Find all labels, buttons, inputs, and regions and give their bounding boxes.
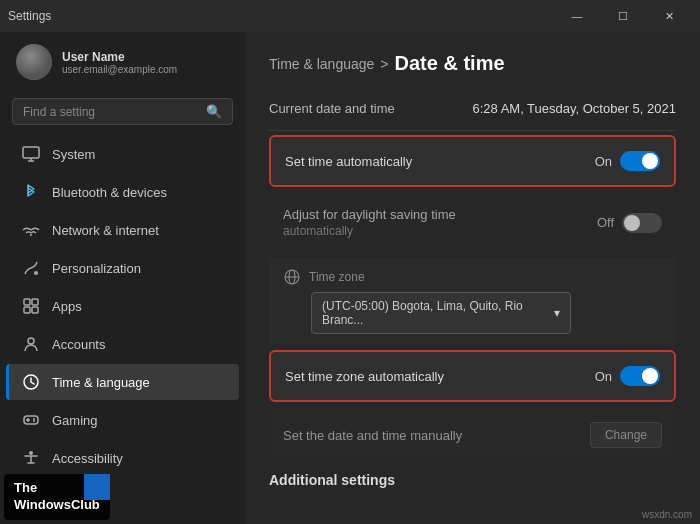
set-time-auto-status: On: [595, 154, 612, 169]
timezone-value: (UTC-05:00) Bogota, Lima, Quito, Rio Bra…: [322, 299, 554, 327]
set-timezone-auto-label: Set time zone automatically: [285, 369, 444, 384]
daylight-toggle-area: Off: [597, 213, 662, 233]
search-icon: 🔍: [206, 104, 222, 119]
svg-rect-0: [23, 147, 39, 158]
bluetooth-icon: [22, 183, 40, 201]
daylight-row: Adjust for daylight saving time automati…: [269, 193, 676, 252]
sidebar-item-bluetooth[interactable]: Bluetooth & devices: [6, 174, 239, 210]
current-time-row: Current date and time 6:28 AM, Tuesday, …: [269, 91, 676, 131]
search-box[interactable]: 🔍: [12, 98, 233, 125]
minimize-button[interactable]: —: [554, 0, 600, 32]
breadcrumb-separator: >: [380, 56, 388, 72]
sidebar-item-apps[interactable]: Apps: [6, 288, 239, 324]
app-title: Settings: [8, 9, 51, 23]
svg-rect-7: [24, 307, 30, 313]
svg-point-15: [33, 420, 35, 422]
search-input[interactable]: [23, 105, 198, 119]
set-time-auto-toggle[interactable]: [620, 151, 660, 171]
svg-point-3: [30, 234, 32, 236]
sidebar-item-network[interactable]: Network & internet: [6, 212, 239, 248]
sidebar-label-accounts: Accounts: [52, 337, 105, 352]
apps-icon: [22, 297, 40, 315]
set-timezone-toggle-area: On: [595, 366, 660, 386]
close-button[interactable]: ✕: [646, 0, 692, 32]
timezone-section-label: Time zone: [309, 270, 365, 284]
maximize-button[interactable]: ☐: [600, 0, 646, 32]
watermark: The WindowsClub: [4, 474, 110, 520]
sidebar-label-personalization: Personalization: [52, 261, 141, 276]
set-timezone-auto-toggle[interactable]: [620, 366, 660, 386]
user-name: User Name: [62, 50, 177, 64]
breadcrumb: Time & language > Date & time: [269, 52, 676, 75]
sidebar-item-personalization[interactable]: Personalization: [6, 250, 239, 286]
paint-icon: [22, 259, 40, 277]
globe-icon: [283, 268, 301, 286]
sidebar-item-accessibility[interactable]: Accessibility: [6, 440, 239, 476]
sidebar-item-time[interactable]: Time & language: [6, 364, 239, 400]
window-controls: — ☐ ✕: [554, 0, 692, 32]
daylight-sublabel: automatically: [283, 224, 456, 238]
change-button[interactable]: Change: [590, 422, 662, 448]
set-time-toggle-area: On: [595, 151, 660, 171]
set-timezone-auto-row: Set time zone automatically On: [269, 350, 676, 402]
daylight-status: Off: [597, 215, 614, 230]
clock-icon: [22, 373, 40, 391]
sidebar-label-gaming: Gaming: [52, 413, 98, 428]
accessibility-icon: [22, 449, 40, 467]
timezone-select[interactable]: (UTC-05:00) Bogota, Lima, Quito, Rio Bra…: [311, 292, 571, 334]
titlebar: Settings — ☐ ✕: [0, 0, 700, 32]
user-header[interactable]: User Name user.email@example.com: [0, 32, 245, 92]
sidebar-label-time: Time & language: [52, 375, 150, 390]
svg-point-4: [34, 271, 38, 275]
svg-rect-6: [32, 299, 38, 305]
app-body: User Name user.email@example.com 🔍 Syste…: [0, 32, 700, 524]
additional-settings-label: Additional settings: [269, 472, 676, 488]
sidebar-item-system[interactable]: System: [6, 136, 239, 172]
svg-point-16: [29, 451, 33, 455]
sidebar: User Name user.email@example.com 🔍 Syste…: [0, 32, 245, 524]
watermark-logo: [84, 474, 110, 500]
avatar: [16, 44, 52, 80]
monitor-icon: [22, 145, 40, 163]
user-email: user.email@example.com: [62, 64, 177, 75]
sidebar-label-accessibility: Accessibility: [52, 451, 123, 466]
sidebar-item-accounts[interactable]: Accounts: [6, 326, 239, 362]
manual-date-label: Set the date and time manually: [283, 428, 462, 443]
sidebar-label-apps: Apps: [52, 299, 82, 314]
gamepad-icon: [22, 411, 40, 429]
current-date-value: 6:28 AM, Tuesday, October 5, 2021: [472, 101, 676, 116]
set-timezone-auto-status: On: [595, 369, 612, 384]
set-time-auto-label: Set time automatically: [285, 154, 412, 169]
daylight-toggle[interactable]: [622, 213, 662, 233]
timezone-label: Time zone: [283, 268, 662, 286]
chevron-down-icon: ▾: [554, 306, 560, 320]
svg-rect-8: [32, 307, 38, 313]
svg-rect-5: [24, 299, 30, 305]
sidebar-label-network: Network & internet: [52, 223, 159, 238]
avatar-image: [16, 44, 52, 80]
breadcrumb-parent: Time & language: [269, 56, 374, 72]
breadcrumb-current: Date & time: [395, 52, 505, 75]
timezone-section: Time zone (UTC-05:00) Bogota, Lima, Quit…: [269, 258, 676, 344]
network-icon: [22, 221, 40, 239]
sidebar-label-bluetooth: Bluetooth & devices: [52, 185, 167, 200]
daylight-label: Adjust for daylight saving time: [283, 207, 456, 222]
current-date-label: Current date and time: [269, 101, 395, 116]
user-info: User Name user.email@example.com: [62, 50, 177, 75]
manual-date-row: Set the date and time manually Change: [269, 408, 676, 462]
content-area: Time & language > Date & time Current da…: [245, 32, 700, 524]
wsxdn-label: wsxdn.com: [642, 509, 692, 520]
svg-point-14: [33, 418, 35, 420]
svg-point-9: [28, 338, 34, 344]
sidebar-item-gaming[interactable]: Gaming: [6, 402, 239, 438]
person-icon: [22, 335, 40, 353]
sidebar-label-system: System: [52, 147, 95, 162]
set-time-auto-row: Set time automatically On: [269, 135, 676, 187]
